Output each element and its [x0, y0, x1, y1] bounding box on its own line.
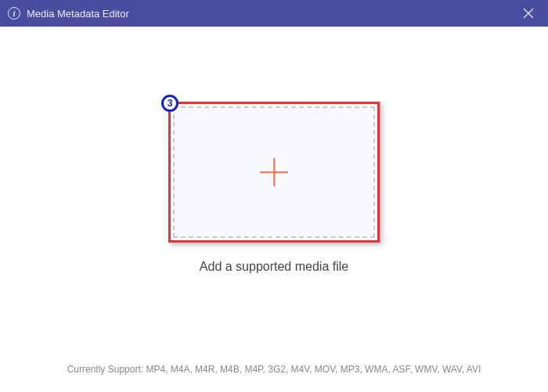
- main-content: 3 Add a supported media file Currently S…: [5, 31, 543, 387]
- app-window: i Media Metadata Editor 3 Add a supporte…: [0, 0, 548, 392]
- add-media-dropzone[interactable]: [173, 106, 375, 238]
- window-title: Media Metadata Editor: [27, 8, 517, 20]
- add-instruction: Add a supported media file: [200, 260, 348, 274]
- step-badge: 3: [161, 95, 178, 112]
- info-icon: i: [8, 7, 20, 20]
- dropzone-highlight: [168, 102, 380, 243]
- supported-formats: Currently Support: MP4, M4A, M4R, M4B, M…: [5, 364, 543, 375]
- plus-icon: [258, 156, 290, 188]
- close-button[interactable]: [517, 2, 540, 25]
- dropzone-container: 3: [168, 102, 380, 243]
- titlebar: i Media Metadata Editor: [0, 0, 548, 27]
- close-icon: [523, 8, 534, 19]
